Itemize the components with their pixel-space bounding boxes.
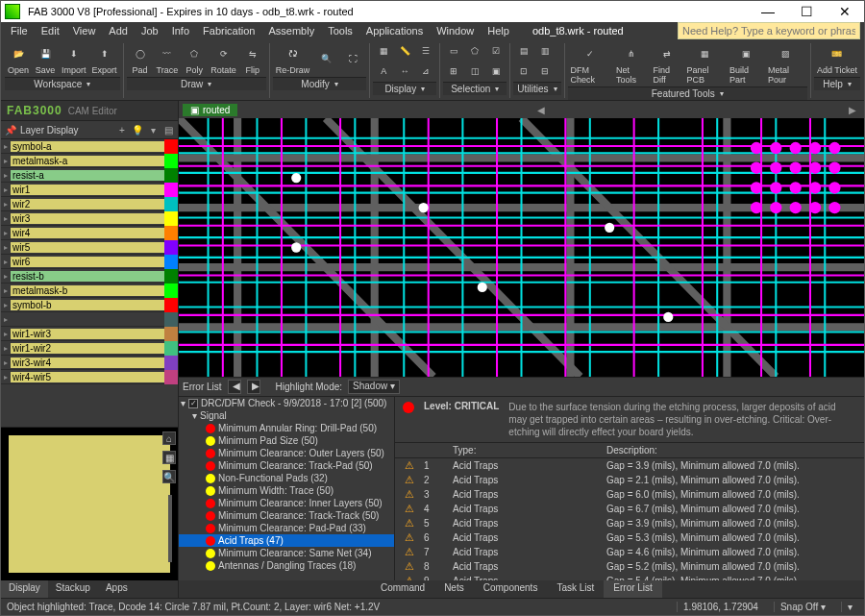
minimize-button[interactable]: — <box>749 1 787 22</box>
pin-icon[interactable]: 📌 <box>5 124 16 136</box>
layer-row[interactable]: ▸metalmask-a <box>1 154 178 168</box>
display-dropdown[interactable]: Display <box>373 82 436 95</box>
pcb-canvas[interactable] <box>179 118 864 377</box>
util-btn-1[interactable]: ▤ <box>513 41 534 62</box>
net-tools-button[interactable]: ⋔Net Tools <box>613 41 651 86</box>
menu-view[interactable]: View <box>67 24 102 37</box>
error-check-item[interactable]: Minimum Clearance: Pad-Pad (33) <box>179 522 394 534</box>
draw-dropdown[interactable]: Draw <box>127 77 266 90</box>
error-nav-prev[interactable]: ◀ <box>228 380 241 394</box>
error-check-item[interactable]: Acid Traps (47) <box>179 534 394 547</box>
layer-row[interactable]: ▸resist-a <box>1 168 178 183</box>
panel-pcb-button[interactable]: ▦Panel PCB <box>684 41 727 86</box>
flip-button[interactable]: ⇋Flip <box>239 41 266 77</box>
error-check-item[interactable]: Minimum Clearance: Same Net (34) <box>179 547 394 559</box>
util-btn-2[interactable]: ▥ <box>534 41 556 62</box>
error-nav-next[interactable]: ▶ <box>247 380 260 394</box>
error-row[interactable]: ⚠2Acid TrapsGap = 2.1 (mils), Minimum al… <box>395 473 864 487</box>
layer-row[interactable]: ▸wir2 <box>1 197 178 211</box>
filter-icon[interactable]: ▾ <box>147 124 159 136</box>
sel-btn-2[interactable]: ⬠ <box>464 41 485 62</box>
layer-row[interactable]: ▸wir1-wir3 <box>1 327 178 341</box>
save-button[interactable]: 💾Save <box>32 41 59 77</box>
menu-file[interactable]: File <box>5 24 34 37</box>
util-btn-3[interactable]: ⊡ <box>513 62 534 82</box>
layer-row[interactable]: ▸wir6 <box>1 255 178 269</box>
menu-fabrication[interactable]: Fabrication <box>197 24 260 37</box>
error-row[interactable]: ⚠8Acid TrapsGap = 5.2 (mils), Minimum al… <box>395 559 864 574</box>
error-row[interactable]: ⚠5Acid TrapsGap = 3.9 (mils), Minimum al… <box>395 516 864 530</box>
error-check-item[interactable]: Non-Functional Pads (32) <box>179 472 394 484</box>
layer-row[interactable]: ▸wir1-wir2 <box>1 341 178 356</box>
status-snap[interactable]: Snap Off ▾ <box>774 602 831 612</box>
error-row[interactable]: ⚠4Acid TrapsGap = 6.7 (mils), Minimum al… <box>395 502 864 516</box>
layer-row[interactable]: ▸wir3-wir4 <box>1 356 178 370</box>
preview-home-icon[interactable]: ⌂ <box>162 431 176 445</box>
error-check-item[interactable]: Minimum Clearance: Inner Layers (50) <box>179 497 394 509</box>
tab-nav-right[interactable]: ▶ <box>845 105 860 115</box>
layer-row[interactable]: ▸symbol-a <box>1 139 178 154</box>
layer-row[interactable]: ▸wir4 <box>1 226 178 240</box>
error-check-item[interactable]: Minimum Pad Size (50) <box>179 434 394 447</box>
tab-tasklist[interactable]: Task List <box>547 580 604 598</box>
tab-stackup[interactable]: Stackup <box>48 580 98 598</box>
error-check-item[interactable]: Minimum Annular Ring: Drill-Pad (50) <box>179 422 394 434</box>
import-button[interactable]: ⬇Import <box>59 41 89 77</box>
display-btn-4[interactable]: A <box>373 62 394 82</box>
error-check-item[interactable]: Antennas / Dangling Traces (18) <box>179 559 394 572</box>
preview-grid-icon[interactable]: ▦ <box>162 451 176 464</box>
tab-apps[interactable]: Apps <box>98 580 136 598</box>
canvas-tab-routed[interactable]: ▣ routed <box>183 104 237 116</box>
redraw-button[interactable]: 🗘Re-Draw <box>273 41 313 77</box>
gear-icon[interactable]: ▤ <box>162 124 174 136</box>
display-btn-5[interactable]: ↔ <box>394 62 415 82</box>
menu-help[interactable]: Help <box>482 24 515 37</box>
error-check-item[interactable]: Minimum Clearance: Track-Pad (50) <box>179 459 394 472</box>
add-ticket-button[interactable]: 🎫Add Ticket <box>814 41 860 77</box>
layer-row[interactable]: ▸metalmask-b <box>1 283 178 298</box>
metal-pour-button[interactable]: ▨Metal Pour <box>765 41 807 86</box>
tab-components[interactable]: Components <box>474 580 548 598</box>
error-row[interactable]: ⚠7Acid TrapsGap = 4.6 (mils), Minimum al… <box>395 545 864 559</box>
error-check-item[interactable]: Minimum Clearance: Track-Track (50) <box>179 509 394 522</box>
error-row[interactable]: ⚠3Acid TrapsGap = 6.0 (mils), Minimum al… <box>395 487 864 502</box>
tab-command[interactable]: Command <box>371 580 434 598</box>
error-rows[interactable]: ⚠1Acid TrapsGap = 3.9 (mils), Minimum al… <box>395 458 864 580</box>
display-btn-3[interactable]: ☰ <box>415 41 436 62</box>
zoom-in-button[interactable]: 🔍 <box>312 41 339 77</box>
tab-nets[interactable]: Nets <box>434 580 474 598</box>
maximize-button[interactable]: ☐ <box>787 1 826 22</box>
sel-btn-6[interactable]: ▣ <box>485 62 507 82</box>
find-diff-button[interactable]: ⇄Find Diff <box>651 41 684 86</box>
pad-button[interactable]: ◯Pad <box>127 41 154 77</box>
layer-row[interactable]: ▸wir5 <box>1 240 178 255</box>
error-tree[interactable]: ▾✓DRC/DFM Check - 9/9/2018 - 17:0 [2] (5… <box>179 397 395 580</box>
rotate-button[interactable]: ⟳Rotate <box>208 41 239 77</box>
menu-applications[interactable]: Applications <box>360 24 429 37</box>
menu-assembly[interactable]: Assembly <box>262 24 320 37</box>
utilities-dropdown[interactable]: Utilities <box>513 82 560 95</box>
menu-window[interactable]: Window <box>431 24 480 37</box>
layer-row[interactable]: ▸symbol-b <box>1 298 178 312</box>
close-button[interactable]: ✕ <box>826 1 864 22</box>
sel-btn-3[interactable]: ☑ <box>485 41 507 62</box>
error-row[interactable]: ⚠1Acid TrapsGap = 3.9 (mils), Minimum al… <box>395 458 864 473</box>
layer-row[interactable]: ▸resist-b <box>1 269 178 283</box>
bulb-icon[interactable]: 💡 <box>132 124 143 136</box>
build-part-button[interactable]: ▣Build Part <box>727 41 765 86</box>
export-button[interactable]: ⬆Export <box>89 41 120 77</box>
preview-zoom-icon[interactable]: 🔍 <box>162 470 176 483</box>
selection-dropdown[interactable]: Selection <box>443 82 507 95</box>
menu-info[interactable]: Info <box>166 24 195 37</box>
help-search-input[interactable] <box>678 22 860 39</box>
modify-dropdown[interactable]: Modify <box>273 77 367 90</box>
menu-add[interactable]: Add <box>103 24 134 37</box>
error-row[interactable]: ⚠9Acid TrapsGap = 5.4 (mils), Minimum al… <box>395 574 864 580</box>
display-btn-6[interactable]: ⊿ <box>415 62 436 82</box>
util-btn-4[interactable]: ⊟ <box>534 62 556 82</box>
status-extra[interactable]: ▾ <box>841 602 858 612</box>
menu-edit[interactable]: Edit <box>36 24 65 37</box>
layer-row[interactable]: ▸wir1 <box>1 183 178 197</box>
display-btn-2[interactable]: 📏 <box>394 41 415 62</box>
help-dropdown[interactable]: Help <box>814 77 860 90</box>
